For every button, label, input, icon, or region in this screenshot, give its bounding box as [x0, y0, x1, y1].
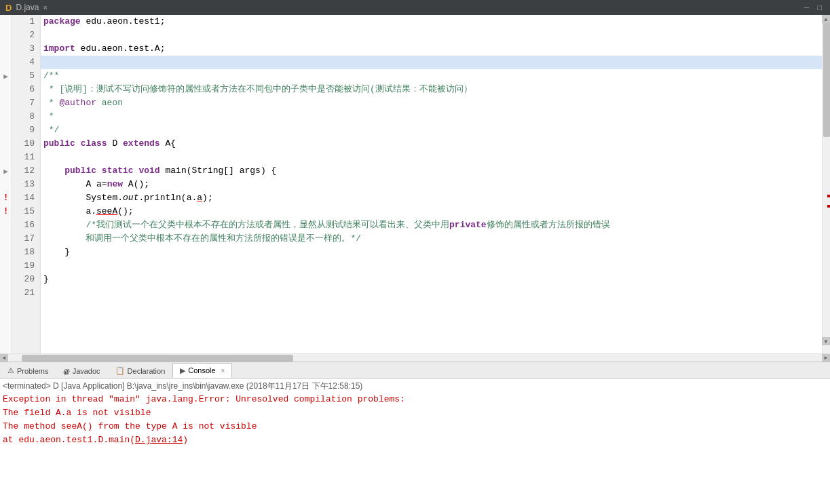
gutter-row-19: [0, 259, 12, 273]
gutter-row-7: [0, 96, 12, 110]
scroll-up-arrow[interactable]: ▲: [822, 15, 830, 23]
line-number-10: 10: [18, 137, 35, 151]
code-line-16[interactable]: /*我们测试一个在父类中根本不存在的方法或者属性，显然从测试结果可以看出来、父类…: [41, 218, 822, 232]
line-number-4: 4: [18, 56, 35, 69]
code-line-7[interactable]: * @author aeon: [41, 96, 822, 110]
line-number-5: 5: [18, 69, 35, 83]
code-line-21[interactable]: [41, 286, 822, 300]
line-number-18: 18: [18, 246, 35, 259]
gutter-row-4: [0, 56, 12, 69]
tab-javadoc-label: Javadoc: [73, 367, 100, 375]
gutter-row-15: !: [0, 205, 12, 218]
line-number-8: 8: [18, 110, 35, 123]
code-line-2[interactable]: [41, 28, 822, 42]
gutter-row-10: [0, 137, 12, 151]
gutter-row-20: [0, 273, 12, 286]
gutter-row-9: [0, 123, 12, 137]
code-line-6[interactable]: * [说明]：测试不写访问修饰符的属性或者方法在不同包中的子类中是否能被访问(测…: [41, 83, 822, 96]
tab-close-button[interactable]: ×: [43, 3, 47, 12]
gutter-row-21: [0, 286, 12, 300]
bottom-panel: ⚠ Problems @ Javadoc 📋 Declaration ▶ Con…: [0, 362, 830, 504]
declaration-icon: 📋: [115, 366, 125, 375]
tab-declaration-label: Declaration: [128, 367, 166, 375]
line-number-6: 6: [18, 83, 35, 96]
scrollbar-thumb-x[interactable]: [22, 355, 293, 362]
line-number-13: 13: [18, 178, 35, 191]
error-line-4: at edu.aeon.test1.D.main(D.java:14): [3, 433, 827, 447]
code-line-8[interactable]: *: [41, 110, 822, 123]
gutter-row-8: [0, 110, 12, 123]
gutter-row-5: ▶: [0, 69, 12, 83]
code-line-3[interactable]: import edu.aeon.test.A;: [41, 42, 822, 56]
fold-icon[interactable]: ▶: [3, 167, 8, 176]
gutter-row-3: [0, 42, 12, 56]
title-text: D.java: [16, 3, 39, 12]
gutter-row-6: [0, 83, 12, 96]
code-line-1[interactable]: package edu.aeon.test1;: [41, 15, 822, 28]
code-line-18[interactable]: }: [41, 246, 822, 259]
line-numbers: 123456789101112131415161718192021: [12, 15, 41, 353]
tab-declaration[interactable]: 📋 Declaration: [108, 363, 173, 378]
javadoc-icon: @: [63, 367, 69, 375]
gutter-row-14: !: [0, 191, 12, 205]
vertical-scrollbar[interactable]: ▼ ▲: [822, 15, 830, 353]
left-gutter: ▶▶!!: [0, 15, 12, 353]
line-number-9: 9: [18, 123, 35, 137]
line-number-1: 1: [18, 15, 35, 28]
code-line-20[interactable]: }: [41, 273, 822, 286]
code-line-5[interactable]: /**: [41, 69, 822, 83]
gutter-row-1: [0, 15, 12, 28]
code-line-14[interactable]: System.out.println(a.a);: [41, 191, 822, 205]
minimize-button[interactable]: ─: [801, 3, 812, 12]
console-tab-close[interactable]: ×: [221, 367, 225, 374]
tab-problems-label: Problems: [17, 367, 48, 375]
scroll-down-arrow[interactable]: ▼: [822, 337, 830, 345]
gutter-row-2: [0, 28, 12, 42]
error-icon: !: [3, 207, 8, 216]
code-line-9[interactable]: */: [41, 123, 822, 137]
code-line-15[interactable]: a.seeA();: [41, 205, 822, 218]
code-line-19[interactable]: [41, 259, 822, 273]
line-number-7: 7: [18, 96, 35, 110]
code-line-17[interactable]: 和调用一个父类中根本不存在的属性和方法所报的错误是不一样的。*/: [41, 232, 822, 246]
error-location-link[interactable]: D.java:14: [135, 435, 183, 445]
gutter-row-18: [0, 246, 12, 259]
scroll-right-arrow[interactable]: ►: [822, 354, 830, 362]
scrollbar-thumb-y[interactable]: [823, 15, 830, 137]
code-line-4[interactable]: [41, 56, 822, 69]
line-number-16: 16: [18, 218, 35, 232]
problems-icon: ⚠: [7, 366, 14, 375]
error-output: Exception in thread "main" java.lang.Err…: [3, 393, 827, 447]
gutter-row-13: [0, 178, 12, 191]
console-icon: ▶: [180, 366, 185, 375]
code-line-13[interactable]: A a=new A();: [41, 178, 822, 191]
code-line-11[interactable]: [41, 151, 822, 164]
line-number-21: 21: [18, 286, 35, 300]
line-number-12: 12: [18, 164, 35, 178]
gutter-row-17: [0, 232, 12, 246]
gutter-row-16: [0, 218, 12, 232]
line-number-2: 2: [18, 28, 35, 42]
tab-console[interactable]: ▶ Console ×: [172, 363, 232, 378]
horizontal-scrollbar[interactable]: ◄ ►: [0, 353, 830, 362]
tab-javadoc[interactable]: @ Javadoc: [56, 363, 107, 378]
line-number-11: 11: [18, 151, 35, 164]
fold-icon[interactable]: ▶: [3, 72, 8, 81]
gutter-row-12: ▶: [0, 164, 12, 178]
window-controls: ─ □: [801, 3, 825, 12]
code-line-12[interactable]: public static void main(String[] args) {: [41, 164, 822, 178]
error-line-1: The field A.a is not visible: [3, 406, 827, 420]
line-number-3: 3: [18, 42, 35, 56]
file-icon: D: [5, 3, 12, 13]
editor-area: ▶▶!! 123456789101112131415161718192021 p…: [0, 15, 830, 362]
line-number-20: 20: [18, 273, 35, 286]
code-content[interactable]: package edu.aeon.test1;import edu.aeon.t…: [41, 15, 822, 353]
error-line-0: Exception in thread "main" java.lang.Err…: [3, 393, 827, 406]
scroll-left-arrow[interactable]: ◄: [0, 354, 8, 362]
maximize-button[interactable]: □: [814, 3, 825, 12]
panel-tabs: ⚠ Problems @ Javadoc 📋 Declaration ▶ Con…: [0, 362, 830, 379]
code-line-10[interactable]: public class D extends A{: [41, 137, 822, 151]
line-number-19: 19: [18, 259, 35, 273]
console-content[interactable]: <terminated> D [Java Application] B:\jav…: [0, 379, 830, 504]
tab-problems[interactable]: ⚠ Problems: [0, 363, 56, 378]
